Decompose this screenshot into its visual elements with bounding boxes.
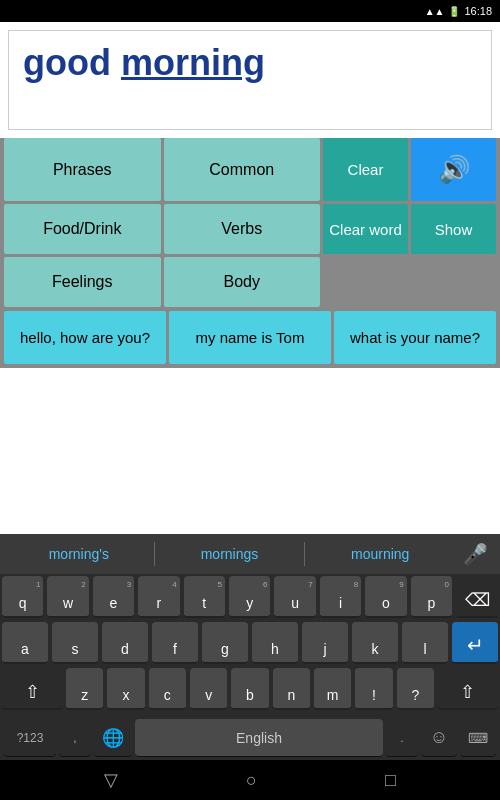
- key-b[interactable]: b: [231, 668, 268, 710]
- speaker-icon: 🔊: [438, 154, 470, 184]
- key-backspace[interactable]: ⌫: [456, 576, 498, 618]
- key-p[interactable]: 0p: [411, 576, 452, 618]
- clock: 16:18: [464, 5, 492, 17]
- key-emoji[interactable]: ☺: [421, 719, 457, 757]
- app-area: good morning Phrases Common Clear 🔊 Food…: [0, 22, 500, 534]
- button-grid: Phrases Common Clear 🔊 Food/Drink Verbs …: [0, 138, 500, 311]
- phrase-hello[interactable]: hello, how are you?: [4, 311, 166, 364]
- status-bar: ▲▲ 🔋 16:18: [0, 0, 500, 22]
- clear-word-button[interactable]: Clear word: [323, 204, 408, 254]
- key-j[interactable]: j: [302, 622, 348, 664]
- phrases-button[interactable]: Phrases: [4, 138, 161, 201]
- key-n[interactable]: n: [273, 668, 310, 710]
- suggestion-right[interactable]: mourning: [305, 542, 455, 566]
- battery-icon: 🔋: [448, 6, 460, 17]
- show-button[interactable]: Show: [411, 204, 496, 254]
- phrase-what-is[interactable]: what is your name?: [334, 311, 496, 364]
- feelings-button[interactable]: Feelings: [4, 257, 161, 307]
- key-k[interactable]: k: [352, 622, 398, 664]
- keyboard-area: morning's mornings mourning 🎤 1q 2w 3e 4…: [0, 534, 500, 760]
- key-z[interactable]: z: [66, 668, 103, 710]
- key-c[interactable]: c: [149, 668, 186, 710]
- wifi-icon: ▲▲: [425, 6, 445, 17]
- key-r[interactable]: 4r: [138, 576, 179, 618]
- key-a[interactable]: a: [2, 622, 48, 664]
- clear-button[interactable]: Clear: [323, 138, 408, 201]
- key-u[interactable]: 7u: [274, 576, 315, 618]
- key-l[interactable]: l: [402, 622, 448, 664]
- key-t[interactable]: 5t: [184, 576, 225, 618]
- key-y[interactable]: 6y: [229, 576, 270, 618]
- mic-button[interactable]: 🎤: [455, 538, 496, 570]
- key-enter[interactable]: ↵: [452, 622, 498, 664]
- verbs-button[interactable]: Verbs: [164, 204, 321, 254]
- body-button[interactable]: Body: [164, 257, 321, 307]
- key-shift[interactable]: ⇧: [2, 668, 62, 710]
- key-h[interactable]: h: [252, 622, 298, 664]
- key-o[interactable]: 9o: [365, 576, 406, 618]
- key-keyboard-icon[interactable]: ⌨: [460, 719, 496, 757]
- key-row-2: a s d f g h j k l ↵: [2, 622, 498, 664]
- nav-home-icon[interactable]: ○: [246, 770, 257, 791]
- key-d[interactable]: d: [102, 622, 148, 664]
- phrase-row: hello, how are you? my name is Tom what …: [0, 311, 500, 368]
- key-f[interactable]: f: [152, 622, 198, 664]
- nav-bar: ▽ ○ □: [0, 760, 500, 800]
- key-q[interactable]: 1q: [2, 576, 43, 618]
- suggestions-bar: morning's mornings mourning 🎤: [0, 534, 500, 574]
- key-s[interactable]: s: [52, 622, 98, 664]
- speaker-button[interactable]: 🔊: [411, 138, 496, 201]
- key-v[interactable]: v: [190, 668, 227, 710]
- key-x[interactable]: x: [107, 668, 144, 710]
- bottom-bar: ?123 , 🌐 English . ☺ ⌨: [0, 716, 500, 760]
- nav-back-icon[interactable]: ▽: [104, 769, 118, 791]
- key-exclamation[interactable]: !: [355, 668, 392, 710]
- key-space[interactable]: English: [135, 719, 383, 757]
- key-g[interactable]: g: [202, 622, 248, 664]
- key-row-3: ⇧ z x c v b n m ! ? ⇧: [2, 668, 498, 710]
- key-w[interactable]: 2w: [47, 576, 88, 618]
- key-row-1: 1q 2w 3e 4r 5t 6y 7u 8i 9o 0p ⌫: [2, 576, 498, 618]
- text-plain: good: [23, 42, 121, 83]
- text-underline: morning: [121, 42, 265, 83]
- key-sym[interactable]: ?123: [4, 719, 56, 757]
- nav-recents-icon[interactable]: □: [385, 770, 396, 791]
- key-globe[interactable]: 🌐: [94, 719, 132, 757]
- key-shift-right[interactable]: ⇧: [438, 668, 498, 710]
- key-period[interactable]: .: [386, 719, 418, 757]
- suggestion-middle[interactable]: mornings: [154, 542, 306, 566]
- suggestion-left[interactable]: morning's: [4, 542, 154, 566]
- common-button[interactable]: Common: [164, 138, 321, 201]
- key-e[interactable]: 3e: [93, 576, 134, 618]
- text-display: good morning: [8, 30, 492, 130]
- key-i[interactable]: 8i: [320, 576, 361, 618]
- phrase-my-name[interactable]: my name is Tom: [169, 311, 331, 364]
- key-comma[interactable]: ,: [59, 719, 91, 757]
- key-question[interactable]: ?: [397, 668, 434, 710]
- key-m[interactable]: m: [314, 668, 351, 710]
- keyboard-rows: 1q 2w 3e 4r 5t 6y 7u 8i 9o 0p ⌫ a s d f …: [0, 574, 500, 716]
- food-drink-button[interactable]: Food/Drink: [4, 204, 161, 254]
